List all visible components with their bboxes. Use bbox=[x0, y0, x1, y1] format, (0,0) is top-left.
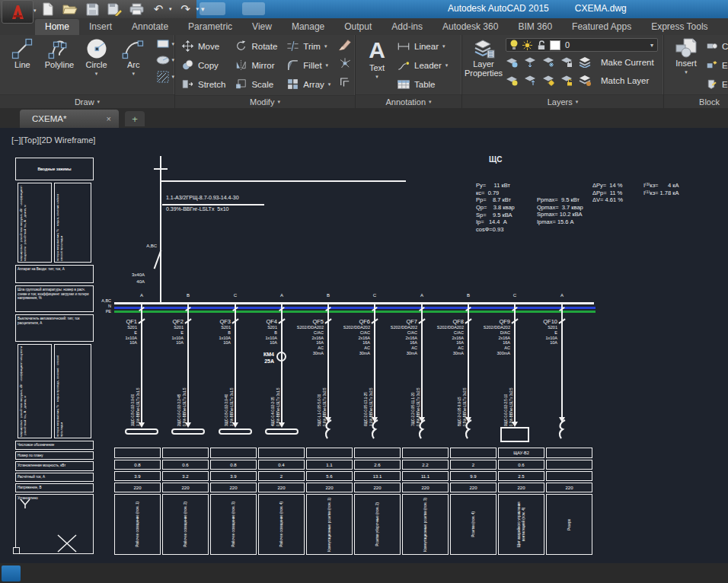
save-as-button[interactable] bbox=[106, 2, 123, 17]
tab-output[interactable]: Output bbox=[334, 19, 382, 35]
file-tab-cxema[interactable]: CXEMA* × bbox=[20, 110, 119, 128]
ellipse-button[interactable]: ▾ bbox=[155, 54, 175, 66]
legend-cell: Аппарат на Вводе: тип; ток, А bbox=[15, 265, 94, 283]
new-file-button[interactable] bbox=[40, 2, 56, 17]
file-tab-close-icon[interactable]: × bbox=[107, 114, 111, 123]
tab-home[interactable]: Home bbox=[35, 19, 79, 35]
layer-tools-row1: Make Current bbox=[506, 56, 654, 68]
contactor-label: КМ4 bbox=[236, 352, 274, 358]
tab-manage[interactable]: Manage bbox=[282, 19, 334, 35]
edit-block-button[interactable]: Edit bbox=[707, 56, 728, 75]
panel-label-modify[interactable]: Modify▾ bbox=[175, 95, 355, 108]
leader-button[interactable]: Leader▾ bbox=[397, 56, 448, 75]
layer-properties-button[interactable]: Layer Properties bbox=[462, 35, 505, 94]
tab-insert[interactable]: Insert bbox=[79, 19, 122, 35]
make-current-label[interactable]: Make Current bbox=[601, 58, 654, 67]
breaker-label-qf8: QF8S202/DDA202C/AC2x16A16AAC30mA bbox=[421, 318, 464, 356]
luminaire-symbol bbox=[265, 428, 299, 435]
voltage-cell: 220 bbox=[210, 483, 257, 492]
panel-label-draw[interactable]: Draw▾ bbox=[0, 94, 174, 108]
array-button[interactable]: Array▾ bbox=[286, 75, 330, 94]
trim-button[interactable]: Trim▾ bbox=[286, 37, 330, 56]
statusbar-blue-button[interactable] bbox=[2, 565, 21, 581]
text-button[interactable]: A Text ▾ bbox=[362, 35, 392, 94]
plot-button[interactable] bbox=[128, 2, 145, 17]
panel-label-annotation[interactable]: Annotation▾ bbox=[356, 94, 461, 108]
rotate-button[interactable]: Rotate bbox=[235, 37, 277, 56]
tab-autodesk360[interactable]: Autodesk 360 bbox=[433, 19, 508, 35]
circle-button[interactable]: Circle ▾ bbox=[78, 35, 114, 94]
viewport-controls[interactable]: [−][Top][2D Wireframe] bbox=[11, 135, 95, 145]
qat-customize-icon[interactable]: ▾ bbox=[201, 5, 205, 13]
match-layer-icon[interactable] bbox=[579, 75, 592, 86]
application-menu-button[interactable] bbox=[2, 0, 34, 24]
copy-button[interactable]: Copy bbox=[181, 56, 225, 75]
arrow-icon bbox=[279, 422, 285, 428]
undo-caret-icon[interactable]: ▾ bbox=[169, 6, 172, 12]
power-cell: 2.2 bbox=[402, 460, 449, 470]
create-block-button[interactable]: Create bbox=[707, 37, 728, 56]
layer-on-icon[interactable] bbox=[506, 75, 518, 86]
layer-unisolate-icon[interactable] bbox=[524, 75, 536, 86]
ellipse-icon bbox=[155, 54, 171, 66]
tab-bim360[interactable]: BIM 360 bbox=[508, 19, 562, 35]
phase-letter: B bbox=[180, 293, 196, 298]
polyline-button[interactable]: Polyline bbox=[42, 35, 78, 94]
tab-featured-apps[interactable]: Featured Apps bbox=[562, 19, 641, 35]
mirror-icon bbox=[235, 59, 247, 72]
arc-caret-icon: ▾ bbox=[132, 69, 135, 78]
layer-unlock-small-icon[interactable] bbox=[560, 75, 573, 86]
erase-icon[interactable] bbox=[338, 40, 352, 52]
tab-addins[interactable]: Add-ins bbox=[382, 19, 433, 35]
layer-select[interactable]: 0 ▾ bbox=[506, 38, 658, 52]
layer-properties-icon bbox=[472, 38, 495, 59]
breaker-label-qf10: QF10S201E1x10A10A bbox=[515, 318, 557, 346]
panel-draw: Line Polyline Circle ▾ Arc ▾ ▾ bbox=[0, 35, 175, 108]
explode-icon[interactable] bbox=[338, 57, 352, 69]
fillet-button[interactable]: Fillet▾ bbox=[286, 56, 330, 75]
phase-letter: A bbox=[554, 293, 570, 298]
tab-parametric[interactable]: Parametric bbox=[178, 19, 242, 35]
offset-icon[interactable] bbox=[338, 75, 352, 87]
save-button[interactable] bbox=[84, 2, 101, 17]
tab-express-tools[interactable]: Express Tools bbox=[641, 19, 717, 35]
scale-button[interactable]: Scale bbox=[235, 75, 277, 94]
voltage-cell: 220 bbox=[162, 483, 209, 492]
mirror-button[interactable]: Mirror bbox=[235, 56, 277, 75]
drawing-canvas[interactable]: [−][Top][2D Wireframe] 1.1-А3/2ГРЩ-8.7-0… bbox=[0, 128, 728, 563]
arrow-icon bbox=[185, 422, 191, 428]
line-button[interactable]: Line bbox=[5, 35, 40, 94]
panel-label-layers[interactable]: Layers▾ bbox=[462, 94, 663, 108]
feeder-label-1: 1.1-А3/2ГРЩ-8.7-0.93-14.4-30 bbox=[166, 195, 239, 200]
panel-calc-title: ЩС bbox=[489, 156, 502, 164]
hatch-button[interactable]: ▾ bbox=[155, 70, 175, 84]
move-button[interactable]: Move bbox=[181, 37, 225, 56]
undo-button[interactable]: ↶ bbox=[150, 2, 167, 17]
layer-off-icon[interactable] bbox=[506, 56, 518, 68]
stretch-button[interactable]: Stretch bbox=[181, 75, 225, 94]
linear-dimension-button[interactable]: Linear▾ bbox=[397, 37, 448, 56]
make-current-icon[interactable] bbox=[579, 56, 592, 68]
table-button[interactable]: Table bbox=[397, 75, 448, 94]
redo-button[interactable]: ↷ bbox=[177, 2, 194, 17]
tab-view[interactable]: View bbox=[242, 19, 282, 35]
tab-annotate[interactable]: Annotate bbox=[122, 19, 178, 35]
layer-isolate-icon[interactable] bbox=[524, 56, 536, 68]
phase-letter: B bbox=[461, 293, 476, 298]
current-cell: 3.9 bbox=[114, 471, 161, 481]
match-layer-label[interactable]: Match Layer bbox=[601, 76, 649, 85]
open-file-button[interactable] bbox=[62, 2, 78, 17]
layer-freeze-icon[interactable] bbox=[542, 56, 554, 68]
draw-panel-caret-icon: ▾ bbox=[97, 99, 101, 105]
panel-label-block[interactable]: Block bbox=[664, 94, 728, 108]
insert-block-button[interactable]: Insert ▾ bbox=[669, 35, 704, 94]
arc-button[interactable]: Arc ▾ bbox=[116, 35, 152, 94]
layer-lock-icon[interactable] bbox=[560, 56, 573, 68]
edit-attributes-button[interactable]: Edit bbox=[707, 75, 728, 94]
new-drawing-tab-button[interactable]: + bbox=[125, 111, 145, 126]
leader-icon bbox=[397, 60, 410, 71]
layer-thaw-icon[interactable] bbox=[542, 75, 554, 86]
file-tab-bar: CXEMA* × + bbox=[0, 108, 728, 128]
redo-caret-icon[interactable]: ▾ bbox=[196, 6, 200, 12]
rectangle-button[interactable]: ▾ bbox=[155, 38, 175, 50]
